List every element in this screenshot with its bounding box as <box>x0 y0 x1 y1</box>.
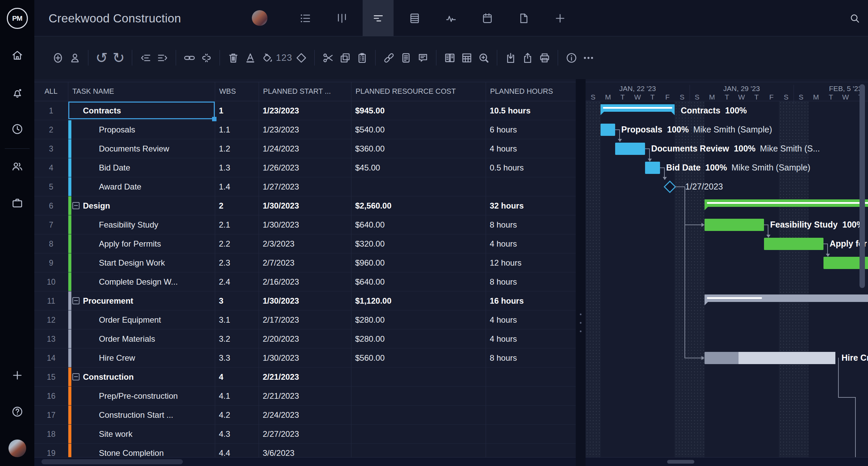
gantt-task-bar[interactable] <box>615 143 645 155</box>
outdent-button[interactable] <box>137 49 154 66</box>
task-grid-pane: ALLTASK NAMEWBSPLANNED START ...PLANNED … <box>34 79 576 457</box>
tab-board[interactable] <box>326 0 357 36</box>
attachment-button[interactable] <box>380 49 397 66</box>
task-color-chip <box>68 234 71 253</box>
more-button[interactable] <box>580 49 597 66</box>
tab-calendar[interactable] <box>472 0 503 36</box>
pane-splitter[interactable] <box>576 79 586 466</box>
copy-button[interactable] <box>336 49 353 66</box>
table-row[interactable]: 4Bid Date1.31/26/2023$45.000.5 hours <box>34 158 576 177</box>
table-row[interactable]: 6Design21/30/2023$2,560.0032 hours <box>34 196 576 215</box>
add-task-button[interactable] <box>49 49 66 66</box>
collapse-icon[interactable] <box>72 373 80 380</box>
fill-color-button[interactable] <box>259 49 276 66</box>
project-owner-avatar[interactable] <box>252 10 267 26</box>
number-format-button[interactable]: 123 <box>276 49 293 66</box>
tab-workflow[interactable] <box>435 0 466 36</box>
link-tasks-button[interactable] <box>181 49 198 66</box>
gantt-summary-bar[interactable] <box>705 199 868 207</box>
split-view-button[interactable] <box>441 49 458 66</box>
table-row[interactable]: 11Procurement31/30/2023$1,120.0016 hours <box>34 291 576 310</box>
table-row[interactable]: 2Proposals1.11/23/2023$540.006 hours <box>34 120 576 139</box>
grid-settings-button[interactable] <box>458 49 475 66</box>
column-header-planned-hours[interactable]: PLANNED HOURS <box>486 82 576 101</box>
wbs-value: 2.3 <box>219 253 230 272</box>
font-color-button[interactable] <box>242 49 259 66</box>
table-row[interactable]: 1Contracts11/23/2023$945.0010.5 hours <box>34 101 576 120</box>
gantt-summary-bar[interactable] <box>601 104 675 112</box>
team-icon[interactable] <box>0 159 34 174</box>
gantt-vertical-scrollbar[interactable] <box>860 84 865 288</box>
weekend-band <box>779 101 809 457</box>
milestone-diamond[interactable] <box>664 181 676 193</box>
task-name: Award Date <box>99 177 141 196</box>
gantt-task-bar[interactable] <box>705 352 835 364</box>
pm-logo[interactable]: PM <box>0 9 34 28</box>
week-label: JAN, 22 '23 <box>619 85 656 93</box>
table-row[interactable]: 10Complete Design W...2.42/16/2023$640.0… <box>34 272 576 291</box>
import-button[interactable] <box>502 49 519 66</box>
add-plus-icon[interactable] <box>0 368 34 383</box>
table-row[interactable]: 17Construction Start ...4.22/24/2023 <box>34 406 576 425</box>
unlink-tasks-button[interactable] <box>198 49 215 66</box>
column-header-all[interactable]: ALL <box>34 82 68 101</box>
help-icon[interactable] <box>0 404 34 419</box>
tab-task-list[interactable] <box>290 0 321 36</box>
print-button[interactable] <box>536 49 553 66</box>
undo-button[interactable]: ↺ <box>93 49 110 66</box>
notifications-bell-icon[interactable] <box>0 85 34 101</box>
table-row[interactable]: 9Start Design Work2.32/7/2023$960.0012 h… <box>34 253 576 272</box>
milestone-button[interactable] <box>293 49 310 66</box>
gantt-task-bar[interactable] <box>645 162 660 174</box>
collapse-icon[interactable] <box>72 202 80 209</box>
comment-button[interactable] <box>414 49 431 66</box>
paste-button[interactable] <box>353 49 370 66</box>
grid-hscroll-thumb[interactable] <box>41 459 183 464</box>
gantt-task-bar[interactable] <box>705 219 764 231</box>
table-row[interactable]: 15Construction42/21/2023 <box>34 368 576 387</box>
portfolio-briefcase-icon[interactable] <box>0 195 34 211</box>
fill-color-icon <box>261 52 274 64</box>
table-row[interactable]: 7Feasibility Study2.11/30/2023$640.008 h… <box>34 215 576 234</box>
tab-sheet[interactable] <box>399 0 430 36</box>
zoom-in-button[interactable] <box>475 49 492 66</box>
project-title[interactable]: Creekwood Construction <box>49 0 181 36</box>
gantt-hscroll-thumb[interactable] <box>667 460 694 464</box>
cut-button[interactable] <box>319 49 336 66</box>
planned-hours-value: 8 hours <box>490 348 517 368</box>
tab-files[interactable] <box>508 0 539 36</box>
indent-button[interactable] <box>154 49 171 66</box>
export-button[interactable] <box>519 49 536 66</box>
column-header-wbs[interactable]: WBS <box>215 82 259 101</box>
info-button[interactable] <box>563 49 580 66</box>
search-icon[interactable] <box>842 0 868 36</box>
redo-button[interactable]: ↻ <box>110 49 127 66</box>
gantt-task-bar[interactable] <box>764 238 823 250</box>
table-row[interactable]: 16Prep/Pre-construction4.12/21/2023 <box>34 387 576 406</box>
column-header-task-name[interactable]: TASK NAME <box>68 82 215 101</box>
column-header-planned-start[interactable]: PLANNED START ... <box>259 82 351 101</box>
tab-add-view[interactable] <box>544 0 575 36</box>
table-row[interactable]: 3Documents Review1.21/24/2023$360.004 ho… <box>34 139 576 158</box>
assign-user-button[interactable] <box>66 49 83 66</box>
column-header-planned-resource-cost[interactable]: PLANNED RESOURCE COST <box>351 82 486 101</box>
gantt-task-bar[interactable] <box>601 124 615 136</box>
wbs-value: 2.2 <box>219 234 230 253</box>
planned-hours-value: 6 hours <box>490 120 517 139</box>
tab-gantt[interactable] <box>363 0 394 36</box>
table-row[interactable]: 18Site work4.32/27/2023 <box>34 425 576 444</box>
table-row[interactable]: 12Order Equipment3.12/17/2023$280.004 ho… <box>34 310 576 329</box>
gantt-summary-bar[interactable] <box>705 294 868 302</box>
timesheet-clock-icon[interactable] <box>0 121 34 137</box>
delete-button[interactable] <box>225 49 242 66</box>
notes-button[interactable] <box>397 49 414 66</box>
table-row[interactable]: 5Award Date1.41/27/2023 <box>34 177 576 196</box>
collapse-icon[interactable] <box>72 297 80 304</box>
table-row[interactable]: 19Stone Completion4.43/6/2023 <box>34 444 576 457</box>
home-icon[interactable] <box>0 48 34 63</box>
task-name: Hire Crew <box>99 348 135 368</box>
table-row[interactable]: 13Order Materials3.22/20/2023$280.004 ho… <box>34 329 576 348</box>
table-row[interactable]: 8Apply for Permits2.22/3/2023$320.004 ho… <box>34 234 576 253</box>
table-row[interactable]: 14Hire Crew3.31/30/2023$560.008 hours <box>34 348 576 368</box>
user-avatar[interactable] <box>0 440 34 457</box>
